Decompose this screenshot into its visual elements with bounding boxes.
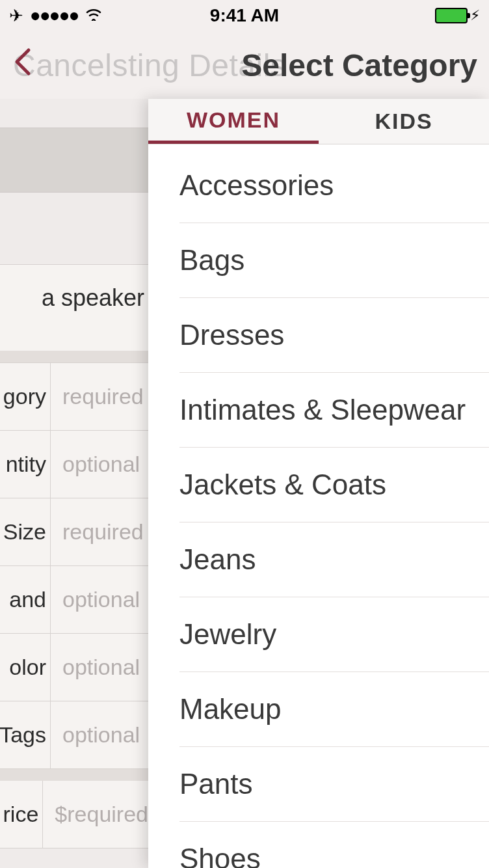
- category-panel: WOMEN KIDS Accessories Bags Dresses Inti…: [148, 99, 489, 868]
- tab-women[interactable]: WOMEN: [148, 99, 319, 144]
- form-label: Size: [0, 498, 51, 565]
- status-time: 9:41 AM: [210, 5, 279, 26]
- header-title: Select Category: [241, 47, 477, 83]
- background-listing-form: a speaker gory required ntity optional S…: [0, 99, 148, 868]
- category-item-shoes[interactable]: Shoes: [179, 822, 489, 868]
- form-label: and: [0, 566, 51, 633]
- signal-dots-icon: ●●●●●: [30, 7, 79, 25]
- form-row-category[interactable]: gory required: [0, 363, 148, 431]
- form-value: $required: [43, 802, 148, 827]
- airplane-mode-icon: ✈︎: [9, 6, 23, 26]
- form-spacer: [0, 351, 148, 362]
- form-row-size[interactable]: Size required: [0, 498, 148, 566]
- form-spacer: [0, 769, 148, 781]
- form-label: gory: [0, 363, 51, 430]
- form-row-quantity[interactable]: ntity optional: [0, 431, 148, 498]
- category-item-pants[interactable]: Pants: [179, 747, 489, 822]
- status-bar: ✈︎ ●●●●● 9:41 AM ⚡︎: [0, 0, 489, 31]
- tab-kids[interactable]: KIDS: [319, 99, 489, 144]
- listing-title-row: a speaker: [0, 264, 148, 351]
- header: Cancelsting Details Select Category: [0, 31, 489, 99]
- form-value: required: [51, 519, 148, 545]
- form-value: optional: [51, 452, 148, 477]
- status-right: ⚡︎: [435, 7, 480, 24]
- form-row-price[interactable]: rice $required: [0, 781, 148, 848]
- form-row-brand[interactable]: and optional: [0, 566, 148, 634]
- form-label: ntity: [0, 431, 51, 498]
- category-item-intimates[interactable]: Intimates & Sleepwear: [179, 373, 489, 448]
- listing-form: gory required ntity optional Size requir…: [0, 362, 148, 848]
- listing-title-fragment: a speaker: [0, 284, 144, 312]
- status-left: ✈︎ ●●●●●: [9, 6, 102, 26]
- form-value: optional: [51, 722, 148, 748]
- category-item-jackets[interactable]: Jackets & Coats: [179, 448, 489, 522]
- battery-icon: [435, 8, 468, 23]
- category-item-jewelry[interactable]: Jewelry: [179, 597, 489, 672]
- form-value: required: [51, 384, 148, 409]
- category-item-jeans[interactable]: Jeans: [179, 522, 489, 597]
- form-label: olor: [0, 634, 51, 701]
- category-list[interactable]: Accessories Bags Dresses Intimates & Sle…: [148, 144, 489, 868]
- form-row-tags[interactable]: Tags optional: [0, 701, 148, 769]
- form-value: optional: [51, 655, 148, 680]
- form-label: Tags: [0, 701, 51, 768]
- category-item-dresses[interactable]: Dresses: [179, 298, 489, 373]
- charging-icon: ⚡︎: [470, 7, 480, 24]
- back-button[interactable]: [12, 46, 35, 85]
- category-thtabs: WOMEN KIDS: [148, 99, 489, 144]
- category-item-accessories[interactable]: Accessories: [179, 144, 489, 223]
- form-label: rice: [0, 781, 43, 848]
- category-item-makeup[interactable]: Makeup: [179, 672, 489, 747]
- category-item-bags[interactable]: Bags: [179, 223, 489, 298]
- wifi-icon: [85, 7, 102, 25]
- form-value: optional: [51, 587, 148, 612]
- listing-image-placeholder: [0, 128, 148, 193]
- form-row-color[interactable]: olor optional: [0, 634, 148, 701]
